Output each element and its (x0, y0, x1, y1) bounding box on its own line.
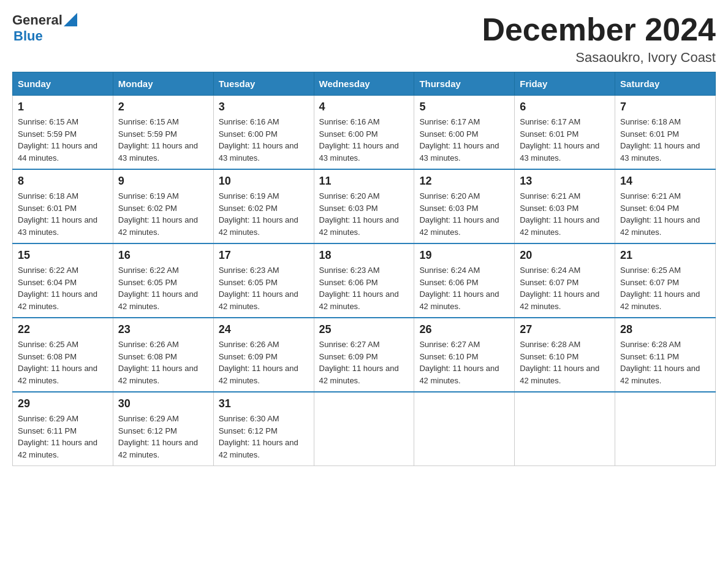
day-info: Sunrise: 6:20 AMSunset: 6:03 PMDaylight:… (419, 190, 509, 238)
calendar-cell: 3Sunrise: 6:16 AMSunset: 6:00 PMDaylight… (213, 96, 314, 170)
day-number: 31 (219, 397, 309, 410)
day-info: Sunrise: 6:20 AMSunset: 6:03 PMDaylight:… (319, 190, 409, 238)
calendar-cell: 9Sunrise: 6:19 AMSunset: 6:02 PMDaylight… (113, 169, 213, 243)
day-number: 14 (620, 175, 710, 188)
day-info: Sunrise: 6:16 AMSunset: 6:00 PMDaylight:… (219, 116, 309, 164)
day-info: Sunrise: 6:23 AMSunset: 6:05 PMDaylight:… (219, 264, 309, 312)
day-info: Sunrise: 6:22 AMSunset: 6:04 PMDaylight:… (18, 264, 108, 312)
day-info: Sunrise: 6:21 AMSunset: 6:04 PMDaylight:… (620, 190, 710, 238)
calendar-table: SundayMondayTuesdayWednesdayThursdayFrid… (12, 72, 716, 466)
day-info: Sunrise: 6:25 AMSunset: 6:07 PMDaylight:… (620, 264, 710, 312)
calendar-cell (615, 392, 716, 466)
day-info: Sunrise: 6:24 AMSunset: 6:07 PMDaylight:… (520, 264, 610, 312)
calendar-cell: 24Sunrise: 6:26 AMSunset: 6:09 PMDayligh… (213, 318, 314, 392)
calendar-cell: 10Sunrise: 6:19 AMSunset: 6:02 PMDayligh… (213, 169, 314, 243)
calendar-week-row: 22Sunrise: 6:25 AMSunset: 6:08 PMDayligh… (13, 318, 716, 392)
page-header: General Blue December 2024 Sasaoukro, Iv… (12, 12, 716, 66)
day-number: 29 (18, 397, 108, 410)
day-number: 21 (620, 249, 710, 262)
calendar-cell (414, 392, 515, 466)
calendar-cell: 13Sunrise: 6:21 AMSunset: 6:03 PMDayligh… (515, 169, 615, 243)
day-info: Sunrise: 6:29 AMSunset: 6:11 PMDaylight:… (18, 413, 108, 461)
day-info: Sunrise: 6:17 AMSunset: 6:00 PMDaylight:… (419, 116, 509, 164)
calendar-cell: 30Sunrise: 6:29 AMSunset: 6:12 PMDayligh… (113, 392, 213, 466)
column-header-thursday: Thursday (414, 72, 515, 96)
day-number: 4 (319, 101, 409, 113)
logo-general-text: General (12, 12, 63, 28)
calendar-cell: 19Sunrise: 6:24 AMSunset: 6:06 PMDayligh… (414, 243, 515, 318)
column-header-friday: Friday (515, 72, 615, 96)
calendar-cell: 14Sunrise: 6:21 AMSunset: 6:04 PMDayligh… (615, 169, 716, 243)
column-header-monday: Monday (113, 72, 213, 96)
calendar-cell: 27Sunrise: 6:28 AMSunset: 6:10 PMDayligh… (515, 318, 615, 392)
calendar-week-row: 15Sunrise: 6:22 AMSunset: 6:04 PMDayligh… (13, 243, 716, 318)
column-header-wednesday: Wednesday (314, 72, 414, 96)
calendar-cell: 29Sunrise: 6:29 AMSunset: 6:11 PMDayligh… (13, 392, 113, 466)
day-info: Sunrise: 6:17 AMSunset: 6:01 PMDaylight:… (520, 116, 610, 164)
calendar-cell: 23Sunrise: 6:26 AMSunset: 6:08 PMDayligh… (113, 318, 213, 392)
day-number: 12 (419, 175, 509, 188)
day-number: 16 (118, 249, 208, 262)
column-header-tuesday: Tuesday (213, 72, 314, 96)
day-number: 23 (118, 323, 208, 336)
day-number: 24 (219, 323, 309, 336)
logo-triangle-icon (64, 13, 77, 26)
logo: General Blue (12, 12, 77, 44)
calendar-week-row: 8Sunrise: 6:18 AMSunset: 6:01 PMDaylight… (13, 169, 716, 243)
day-number: 26 (419, 323, 509, 336)
day-info: Sunrise: 6:27 AMSunset: 6:09 PMDaylight:… (319, 339, 409, 386)
day-number: 19 (419, 249, 509, 262)
day-number: 3 (219, 101, 309, 113)
column-header-sunday: Sunday (13, 72, 113, 96)
calendar-cell: 2Sunrise: 6:15 AMSunset: 5:59 PMDaylight… (113, 96, 213, 170)
location-label: Sasaoukro, Ivory Coast (482, 50, 716, 66)
calendar-cell: 31Sunrise: 6:30 AMSunset: 6:12 PMDayligh… (213, 392, 314, 466)
column-header-saturday: Saturday (615, 72, 716, 96)
calendar-cell: 11Sunrise: 6:20 AMSunset: 6:03 PMDayligh… (314, 169, 414, 243)
day-info: Sunrise: 6:18 AMSunset: 6:01 PMDaylight:… (620, 116, 710, 164)
day-info: Sunrise: 6:15 AMSunset: 5:59 PMDaylight:… (118, 116, 208, 164)
calendar-cell: 7Sunrise: 6:18 AMSunset: 6:01 PMDaylight… (615, 96, 716, 170)
day-number: 5 (419, 101, 509, 113)
day-number: 27 (520, 323, 610, 336)
calendar-cell: 16Sunrise: 6:22 AMSunset: 6:05 PMDayligh… (113, 243, 213, 318)
day-number: 11 (319, 175, 409, 188)
day-info: Sunrise: 6:21 AMSunset: 6:03 PMDaylight:… (520, 190, 610, 238)
day-info: Sunrise: 6:26 AMSunset: 6:09 PMDaylight:… (219, 339, 309, 386)
calendar-cell: 5Sunrise: 6:17 AMSunset: 6:00 PMDaylight… (414, 96, 515, 170)
day-info: Sunrise: 6:22 AMSunset: 6:05 PMDaylight:… (118, 264, 208, 312)
calendar-cell: 6Sunrise: 6:17 AMSunset: 6:01 PMDaylight… (515, 96, 615, 170)
day-number: 15 (18, 249, 108, 262)
calendar-cell: 20Sunrise: 6:24 AMSunset: 6:07 PMDayligh… (515, 243, 615, 318)
day-info: Sunrise: 6:26 AMSunset: 6:08 PMDaylight:… (118, 339, 208, 386)
day-info: Sunrise: 6:18 AMSunset: 6:01 PMDaylight:… (18, 190, 108, 238)
month-title: December 2024 (482, 12, 716, 47)
day-number: 18 (319, 249, 409, 262)
day-info: Sunrise: 6:16 AMSunset: 6:00 PMDaylight:… (319, 116, 409, 164)
day-info: Sunrise: 6:23 AMSunset: 6:06 PMDaylight:… (319, 264, 409, 312)
calendar-cell: 15Sunrise: 6:22 AMSunset: 6:04 PMDayligh… (13, 243, 113, 318)
day-info: Sunrise: 6:25 AMSunset: 6:08 PMDaylight:… (18, 339, 108, 386)
calendar-cell (515, 392, 615, 466)
calendar-header-row: SundayMondayTuesdayWednesdayThursdayFrid… (13, 72, 716, 96)
calendar-cell: 17Sunrise: 6:23 AMSunset: 6:05 PMDayligh… (213, 243, 314, 318)
day-number: 13 (520, 175, 610, 188)
day-info: Sunrise: 6:15 AMSunset: 5:59 PMDaylight:… (18, 116, 108, 164)
day-number: 20 (520, 249, 610, 262)
calendar-cell: 21Sunrise: 6:25 AMSunset: 6:07 PMDayligh… (615, 243, 716, 318)
day-info: Sunrise: 6:24 AMSunset: 6:06 PMDaylight:… (419, 264, 509, 312)
calendar-cell: 8Sunrise: 6:18 AMSunset: 6:01 PMDaylight… (13, 169, 113, 243)
calendar-cell: 12Sunrise: 6:20 AMSunset: 6:03 PMDayligh… (414, 169, 515, 243)
day-number: 8 (18, 175, 108, 188)
day-number: 22 (18, 323, 108, 336)
calendar-cell: 26Sunrise: 6:27 AMSunset: 6:10 PMDayligh… (414, 318, 515, 392)
day-info: Sunrise: 6:30 AMSunset: 6:12 PMDaylight:… (219, 413, 309, 461)
day-number: 9 (118, 175, 208, 188)
logo-blue-text: Blue (13, 28, 43, 44)
day-number: 30 (118, 397, 208, 410)
day-number: 1 (18, 101, 108, 113)
calendar-cell: 25Sunrise: 6:27 AMSunset: 6:09 PMDayligh… (314, 318, 414, 392)
day-info: Sunrise: 6:28 AMSunset: 6:11 PMDaylight:… (620, 339, 710, 386)
calendar-cell: 18Sunrise: 6:23 AMSunset: 6:06 PMDayligh… (314, 243, 414, 318)
day-number: 10 (219, 175, 309, 188)
